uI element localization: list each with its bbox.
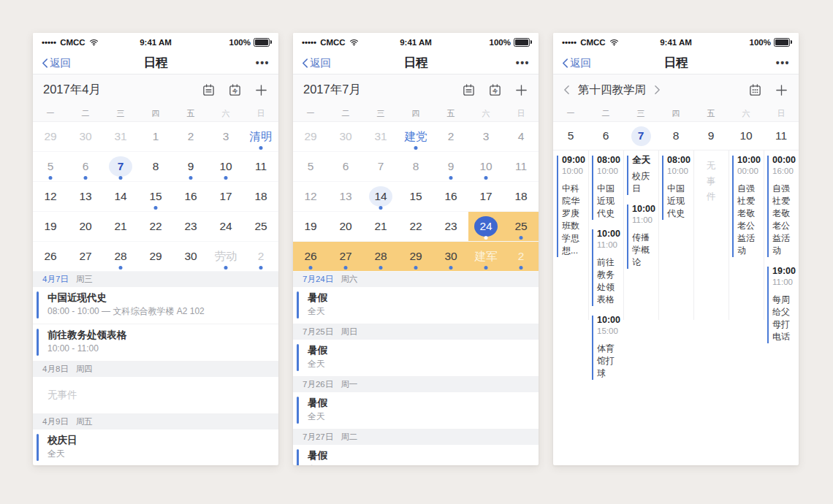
calendar-day-cell[interactable]: 1 bbox=[138, 122, 173, 151]
calendar-day-cell[interactable]: 2 bbox=[433, 122, 468, 151]
calendar-day-cell[interactable]: 9 bbox=[433, 152, 468, 181]
calendar-day-cell[interactable]: 7 bbox=[363, 152, 398, 181]
calendar-day-cell[interactable]: 26 bbox=[33, 242, 68, 271]
add-event-button[interactable] bbox=[514, 83, 528, 97]
week-day-cell[interactable]: 9 bbox=[693, 122, 729, 150]
calendar-day-cell[interactable]: 31 bbox=[103, 122, 138, 151]
event-row[interactable]: 暑假全天 bbox=[293, 340, 539, 377]
back-button[interactable]: 返回 bbox=[562, 56, 591, 70]
agenda-list-icon[interactable] bbox=[462, 83, 476, 97]
calendar-day-cell[interactable]: 9 bbox=[173, 152, 208, 181]
calendar-day-cell[interactable]: 20 bbox=[328, 212, 363, 241]
calendar-day-cell[interactable]: 5 bbox=[33, 152, 68, 181]
calendar-day-cell[interactable]: 28 bbox=[103, 242, 138, 271]
calendar-day-cell[interactable]: 18 bbox=[503, 182, 539, 211]
calendar-day-cell[interactable]: 19 bbox=[33, 212, 68, 241]
calendar-day-cell[interactable]: 24 bbox=[208, 212, 243, 241]
jump-to-today-icon[interactable]: 今 bbox=[228, 83, 242, 97]
week-day-cell[interactable]: 7 bbox=[623, 122, 658, 150]
calendar-day-cell[interactable]: 2 bbox=[243, 242, 278, 271]
calendar-day-cell[interactable]: 25 bbox=[243, 212, 278, 241]
calendar-day-cell[interactable]: 30 bbox=[173, 242, 208, 271]
calendar-day-cell[interactable]: 22 bbox=[138, 212, 173, 241]
calendar-day-cell[interactable]: 17 bbox=[208, 182, 243, 211]
week-day-cell[interactable]: 8 bbox=[658, 122, 693, 150]
event-block[interactable]: 10:0015:00体育馆打球 bbox=[592, 314, 622, 380]
event-block[interactable]: 08:0010:00中国近现代史 bbox=[662, 154, 692, 220]
event-row[interactable]: 中国近现代史08:00 - 10:00 — 文科综合教学楼 A2 102 bbox=[33, 287, 278, 324]
calendar-day-cell[interactable]: 31 bbox=[363, 122, 398, 151]
calendar-day-cell[interactable]: 19 bbox=[293, 212, 328, 241]
calendar-day-cell[interactable]: 16 bbox=[173, 182, 208, 211]
calendar-day-cell[interactable]: 14 bbox=[363, 182, 398, 211]
agenda-list-icon[interactable] bbox=[202, 83, 216, 97]
calendar-day-cell[interactable]: 23 bbox=[433, 212, 468, 241]
calendar-day-cell[interactable]: 21 bbox=[363, 212, 398, 241]
add-event-button[interactable] bbox=[775, 83, 788, 97]
calendar-day-cell[interactable]: 23 bbox=[173, 212, 208, 241]
add-event-button[interactable] bbox=[254, 83, 268, 97]
calendar-day-cell[interactable]: 20 bbox=[68, 212, 103, 241]
jump-to-today-icon[interactable]: 今 bbox=[488, 83, 502, 97]
calendar-day-cell[interactable]: 30 bbox=[68, 122, 103, 151]
calendar-day-cell[interactable]: 21 bbox=[103, 212, 138, 241]
calendar-day-cell[interactable]: 7 bbox=[103, 152, 138, 181]
month-grid-icon[interactable] bbox=[748, 83, 762, 97]
calendar-day-cell[interactable]: 29 bbox=[138, 242, 173, 271]
event-block[interactable]: 00:0016:00自强社爱老敬老公益活动 bbox=[767, 154, 797, 257]
calendar-day-cell[interactable]: 17 bbox=[468, 182, 503, 211]
event-block[interactable]: 08:0010:00中国近现代史 bbox=[592, 154, 622, 220]
calendar-day-cell[interactable]: 25 bbox=[503, 212, 539, 241]
more-button[interactable]: ••• bbox=[256, 57, 270, 69]
next-week-button[interactable] bbox=[654, 85, 661, 95]
back-button[interactable]: 返回 bbox=[302, 56, 331, 70]
calendar-day-cell[interactable]: 27 bbox=[68, 242, 103, 271]
calendar-day-cell[interactable]: 14 bbox=[103, 182, 138, 211]
calendar-day-cell[interactable]: 16 bbox=[433, 182, 468, 211]
calendar-day-cell[interactable]: 4 bbox=[503, 122, 539, 151]
week-day-cell[interactable]: 10 bbox=[729, 122, 764, 150]
more-button[interactable]: ••• bbox=[776, 57, 790, 69]
prev-week-button[interactable] bbox=[563, 85, 570, 95]
calendar-day-cell[interactable]: 12 bbox=[33, 182, 68, 211]
calendar-day-cell[interactable]: 建党 bbox=[398, 122, 433, 151]
calendar-day-cell[interactable]: 清明 bbox=[243, 122, 278, 151]
calendar-day-cell[interactable]: 29 bbox=[33, 122, 68, 151]
more-button[interactable]: ••• bbox=[516, 57, 530, 69]
event-row[interactable]: 暑假全天 bbox=[293, 445, 539, 465]
calendar-day-cell[interactable]: 2 bbox=[503, 242, 539, 271]
calendar-day-cell[interactable]: 18 bbox=[243, 182, 278, 211]
week-day-cell[interactable]: 5 bbox=[553, 122, 588, 150]
event-block[interactable]: 10:0011:00传播学概论 bbox=[627, 203, 657, 269]
event-row[interactable]: 校庆日全天 bbox=[33, 429, 278, 465]
calendar-day-cell[interactable]: 2 bbox=[173, 122, 208, 151]
event-block[interactable]: 全天校庆日 bbox=[627, 154, 657, 195]
event-row[interactable]: 暑假全天 bbox=[293, 287, 539, 324]
calendar-day-cell[interactable]: 11 bbox=[243, 152, 278, 181]
calendar-day-cell[interactable]: 10 bbox=[468, 152, 503, 181]
calendar-day-cell[interactable]: 8 bbox=[398, 152, 433, 181]
week-day-cell[interactable]: 11 bbox=[764, 122, 799, 150]
calendar-day-cell[interactable]: 建军 bbox=[468, 242, 503, 271]
calendar-day-cell[interactable]: 10 bbox=[208, 152, 243, 181]
calendar-day-cell[interactable]: 24 bbox=[468, 212, 503, 241]
calendar-day-cell[interactable]: 8 bbox=[138, 152, 173, 181]
event-block[interactable]: 10:0011:00前往教务处领表格 bbox=[592, 228, 622, 306]
calendar-day-cell[interactable]: 15 bbox=[398, 182, 433, 211]
calendar-day-cell[interactable]: 15 bbox=[138, 182, 173, 211]
event-block[interactable]: 10:0000:00自强社爱老敬老公益活动 bbox=[732, 154, 762, 257]
calendar-day-cell[interactable]: 3 bbox=[208, 122, 243, 151]
calendar-day-cell[interactable]: 11 bbox=[503, 152, 539, 181]
event-block[interactable]: 19:0011:00每周给父母打电话 bbox=[767, 265, 797, 343]
calendar-day-cell[interactable]: 6 bbox=[68, 152, 103, 181]
calendar-day-cell[interactable]: 27 bbox=[328, 242, 363, 271]
week-day-cell[interactable]: 6 bbox=[588, 122, 623, 150]
calendar-day-cell[interactable]: 13 bbox=[68, 182, 103, 211]
calendar-day-cell[interactable]: 28 bbox=[363, 242, 398, 271]
calendar-day-cell[interactable]: 6 bbox=[328, 152, 363, 181]
event-block[interactable]: 09:0010:00中科院华罗庚班数学思想... bbox=[557, 154, 587, 257]
calendar-day-cell[interactable]: 29 bbox=[293, 122, 328, 151]
event-row[interactable]: 前往教务处领表格10:00 - 11:00 bbox=[33, 324, 278, 362]
calendar-day-cell[interactable]: 29 bbox=[398, 242, 433, 271]
calendar-day-cell[interactable]: 12 bbox=[293, 182, 328, 211]
